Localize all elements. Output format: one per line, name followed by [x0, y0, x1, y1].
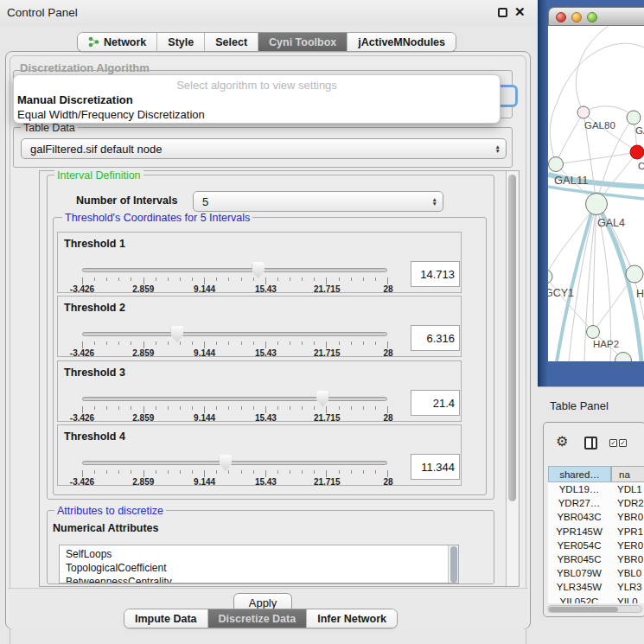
- threshold-3-slider[interactable]: [82, 397, 387, 401]
- number-of-intervals-combo[interactable]: 5 ▲▼: [193, 191, 443, 212]
- threshold-3-box: Threshold 3 -3.4262.8599.14415.4321.7152…: [57, 360, 462, 422]
- slider-scale: -3.4262.8599.14415.4321.71528: [82, 477, 388, 487]
- table-row[interactable]: YDL19…YDL1: [548, 482, 644, 496]
- network-window-titlebar[interactable]: [548, 7, 644, 26]
- table-row[interactable]: YDR27…YDR2: [548, 496, 644, 510]
- slider-scale: -3.4262.8599.14415.4321.71528: [82, 413, 388, 423]
- interval-definition-frame: Interval Definition Number of Intervals …: [47, 175, 494, 500]
- node-label-partial: H: [636, 288, 644, 300]
- tab-style[interactable]: Style: [157, 33, 205, 51]
- combo-stepper-icon: ▲▼: [432, 197, 437, 206]
- minimize-traffic-light[interactable]: [571, 12, 582, 22]
- node-h[interactable]: [626, 265, 643, 283]
- threshold-4-slider[interactable]: [82, 461, 387, 465]
- slider-scale: -3.4262.8599.14415.4321.71528: [82, 284, 388, 294]
- table-data-combo[interactable]: galFiltered.sif default node ▲▼: [21, 138, 507, 159]
- network-icon: [88, 36, 99, 48]
- list-item[interactable]: BetweennessCentrality: [60, 575, 458, 583]
- threshold-4-box: Threshold 4 -3.4262.8599.14415.4321.7152…: [57, 424, 462, 486]
- list-scrollbar-thumb[interactable]: [450, 546, 457, 583]
- vertical-scrollbar[interactable]: [506, 171, 519, 586]
- node-gal11[interactable]: [549, 157, 564, 172]
- network-graph: [548, 26, 644, 361]
- table-row[interactable]: YBR043CYBR0: [548, 510, 644, 524]
- threshold-2-slider[interactable]: [82, 332, 387, 336]
- tab-jactivemnodules[interactable]: jActiveMNodules: [348, 33, 456, 51]
- node-gal4[interactable]: [586, 194, 608, 215]
- bottom-tab-bar: Impute Data Discretize Data Infer Networ…: [124, 609, 398, 628]
- table-rows: YDL19…YDL1 YDR27…YDR2 YBR043CYBR0 YPR145…: [548, 482, 644, 603]
- threshold-1-slider[interactable]: [82, 268, 387, 272]
- table-row[interactable]: YER054CYER0: [548, 539, 644, 552]
- threshold-4-value-field[interactable]: 11.344: [411, 454, 460, 480]
- node-label-gal4: GAL4: [597, 217, 625, 229]
- tab-infer-network[interactable]: Infer Network: [307, 609, 397, 628]
- threshold-2-box: Threshold 2 -3.4262.8599.14415.4321.7152…: [57, 296, 462, 357]
- vertical-scrollbar-thumb[interactable]: [508, 175, 516, 501]
- float-panel-icon[interactable]: [498, 8, 507, 17]
- column-header-name[interactable]: na: [611, 466, 644, 482]
- list-item[interactable]: TopologicalCoefficient: [60, 561, 458, 575]
- table-row[interactable]: YLR345WYLR3: [548, 580, 644, 594]
- threshold-2-value-field[interactable]: 6.316: [411, 325, 460, 351]
- attributes-frame: Attributes to discretize Numerical Attri…: [47, 510, 494, 584]
- table-panel-title: Table Panel: [550, 399, 609, 412]
- columns-icon[interactable]: [584, 437, 597, 450]
- checkbox-icon: ✓: [609, 439, 617, 447]
- node-gcy1[interactable]: [548, 270, 552, 284]
- list-scrollbar[interactable]: [448, 545, 458, 583]
- tab-cyni-toolbox[interactable]: Cyni Toolbox: [258, 33, 348, 51]
- settings-scroll-area: Interval Definition Number of Intervals …: [39, 170, 520, 587]
- number-of-intervals-label: Number of Intervals: [76, 194, 177, 207]
- threshold-1-slider-handle[interactable]: [252, 262, 265, 278]
- table-row[interactable]: YPR145WYPR1: [548, 525, 644, 539]
- threshold-2-slider-handle[interactable]: [170, 326, 183, 342]
- slider-ticks: [82, 341, 388, 348]
- node-label-partial: GA: [635, 125, 644, 136]
- node-ga[interactable]: [627, 111, 641, 124]
- tab-select[interactable]: Select: [205, 33, 258, 51]
- popup-option-equal-width[interactable]: Equal Width/Frequency Discretization: [17, 108, 205, 121]
- threshold-4-slider-handle[interactable]: [219, 455, 232, 471]
- slider-scale: -3.4262.8599.14415.4321.71528: [82, 348, 388, 358]
- threshold-1-box: Threshold 1 -3.4262.8599.14415.4321.7152…: [57, 232, 462, 293]
- horizontal-scrollbar-thumb[interactable]: [549, 607, 618, 613]
- node-hap2[interactable]: [587, 326, 600, 339]
- table-row[interactable]: YIL052CYIL0: [548, 595, 644, 604]
- popup-option-manual[interactable]: Manual Discretization: [17, 93, 133, 106]
- node-label-gal11: GAL11: [554, 174, 589, 187]
- horizontal-scrollbar[interactable]: [547, 605, 642, 613]
- node-gal80[interactable]: [577, 106, 590, 118]
- threshold-3-value-field[interactable]: 21.4: [411, 390, 460, 416]
- tab-network[interactable]: Network: [78, 33, 157, 51]
- threshold-1-value-field[interactable]: 14.713: [411, 261, 460, 287]
- node-red-selected[interactable]: [630, 145, 644, 159]
- slider-ticks: [82, 277, 388, 284]
- checkbox-icon: ✓: [619, 439, 627, 447]
- panel-title: Control Panel: [7, 6, 78, 19]
- table-data-frame: Table Data galFiltered.sif default node …: [13, 127, 513, 168]
- screenshot-root: Control Panel ✕ Network Style Select Cyn…: [0, 0, 644, 644]
- numerical-attributes-list: SelfLoops TopologicalCoefficient Between…: [59, 545, 459, 583]
- tab-discretize-data[interactable]: Discretize Data: [208, 609, 308, 628]
- node-partial-bottom[interactable]: [615, 353, 632, 362]
- gear-icon[interactable]: ⚙: [556, 435, 568, 449]
- tab-impute-data[interactable]: Impute Data: [124, 609, 208, 628]
- table-row[interactable]: YBR045CYBR0: [548, 552, 644, 566]
- list-item[interactable]: SelfLoops: [60, 545, 458, 561]
- node-label-hap2: HAP2: [593, 339, 619, 349]
- checkbox-icons[interactable]: ✓✓: [609, 439, 627, 447]
- table-row[interactable]: YBL079WYBL0: [548, 566, 644, 580]
- numerical-attributes-label: Numerical Attributes: [53, 522, 158, 534]
- zoom-traffic-light[interactable]: [587, 12, 597, 22]
- close-traffic-light[interactable]: [556, 12, 566, 22]
- network-canvas[interactable]: GAL80 GA C GAL11 GAL4 GCY1 H HAP2: [548, 26, 644, 361]
- threshold-3-slider-handle[interactable]: [316, 391, 329, 407]
- control-panel-titlebar: [0, 0, 538, 26]
- node-label-partial: C: [638, 161, 644, 171]
- slider-ticks: [82, 470, 388, 477]
- top-tab-bar: Network Style Select Cyni Toolbox jActiv…: [77, 32, 456, 52]
- column-header-shared[interactable]: shared…: [548, 466, 611, 482]
- table-panel-section: Table Panel ⚙ ✓✓ shared… na YDL19…YDL1 Y…: [538, 386, 644, 644]
- close-icon[interactable]: ✕: [514, 4, 526, 20]
